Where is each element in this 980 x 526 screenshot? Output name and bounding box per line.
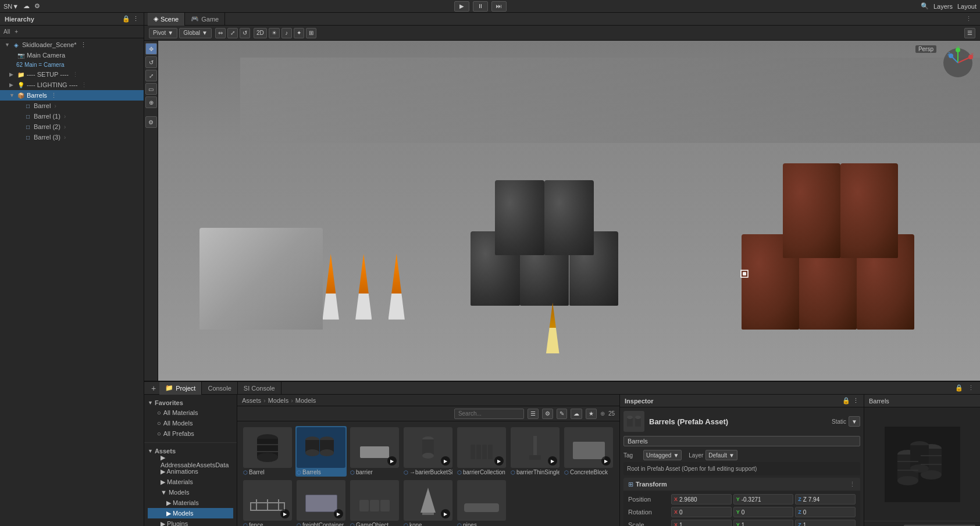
- tab-scene[interactable]: ◈ Scene: [148, 13, 185, 26]
- layer-dropdown[interactable]: Default ▼: [705, 450, 737, 460]
- sidebar-item-models-models[interactable]: ▶ Models: [148, 508, 233, 518]
- asset-item-gameobject[interactable]: ⬡ GameObject: [349, 479, 400, 526]
- rect-tool-btn[interactable]: ▭: [145, 83, 157, 95]
- asset-item-fence[interactable]: ▶ ⬡ fence: [242, 479, 293, 526]
- global-dropdown[interactable]: Global ▼: [179, 28, 212, 38]
- tab-game[interactable]: 🎮 Game: [185, 13, 225, 26]
- breadcrumb-assets[interactable]: Assets: [242, 397, 261, 404]
- lighting-menu[interactable]: ⋮: [81, 81, 87, 89]
- asset-toolbar-btn3[interactable]: ✎: [557, 409, 567, 419]
- play-button[interactable]: ▶: [454, 1, 469, 12]
- scale-z-field[interactable]: Z 1: [795, 520, 856, 526]
- custom-tool-btn[interactable]: ⚙: [145, 116, 157, 128]
- hierarchy-tab-btn[interactable]: SN▼: [3, 3, 19, 10]
- layers-label[interactable]: Layers: [933, 3, 953, 10]
- tab-console[interactable]: Console: [202, 382, 237, 395]
- static-dropdown[interactable]: ▼: [849, 416, 860, 427]
- asset-search-input[interactable]: [454, 409, 524, 419]
- scene-menu-icon[interactable]: ⋮: [80, 41, 87, 49]
- asset-item-barrel[interactable]: ⬡ Barrel: [242, 426, 293, 477]
- search-icon[interactable]: 🔍: [921, 2, 929, 10]
- sidebar-item-plugins[interactable]: ▶ Plugins: [148, 518, 233, 526]
- hierarchy-item-lighting[interactable]: ▶ 💡 ---- LIGHTING ---- ⋮: [0, 80, 144, 90]
- layout-label[interactable]: Layout: [957, 3, 977, 10]
- transform-btn-2[interactable]: ⤢: [227, 28, 238, 38]
- barrier-play-btn[interactable]: ▶: [387, 456, 397, 466]
- hierarchy-add-icon[interactable]: +: [15, 28, 18, 35]
- setup-menu[interactable]: ⋮: [72, 71, 79, 78]
- sidebar-item-models-tree[interactable]: ▼ Models: [148, 487, 233, 498]
- barrels-menu[interactable]: ⋮: [51, 92, 57, 99]
- hierarchy-item-setup[interactable]: ▶ 📁 ---- SETUP ---- ⋮: [0, 69, 144, 80]
- position-x-field[interactable]: X 2.9680: [671, 494, 732, 504]
- combined-tool-btn[interactable]: ⊕: [145, 96, 157, 108]
- transform-header[interactable]: ⊞ Transform ⋮: [623, 478, 860, 491]
- barrier-collection-play-btn[interactable]: ▶: [494, 456, 504, 466]
- step-button[interactable]: ⏭: [491, 1, 507, 12]
- transform-options[interactable]: ⋮: [849, 481, 856, 488]
- inspector-lock-icon[interactable]: 🔒: [842, 397, 850, 405]
- freight-play-btn[interactable]: ▶: [334, 509, 343, 518]
- hierarchy-all-label[interactable]: All: [3, 28, 10, 35]
- asset-item-barrier-bucket[interactable]: ▶ ⬡ →barierBucketSing...: [402, 426, 454, 477]
- asset-item-barrier-collection[interactable]: ▶ ⬡ barrierCollection: [456, 426, 507, 477]
- hierarchy-item-barrels[interactable]: ▼ 📦 Barrels ⋮: [0, 90, 144, 101]
- rotation-y-field[interactable]: Y 0: [733, 507, 794, 517]
- bottom-add-btn[interactable]: +: [148, 384, 159, 393]
- rotation-z-field[interactable]: Z 0: [795, 507, 856, 517]
- position-y-field[interactable]: Y -0.3271: [733, 494, 794, 504]
- transform-btn-1[interactable]: ⇔: [215, 28, 226, 38]
- inspector-name-field[interactable]: [623, 436, 860, 446]
- sidebar-item-materials[interactable]: ▶ Materials: [148, 477, 233, 487]
- breadcrumb-models1[interactable]: Models: [268, 397, 288, 404]
- asset-item-pipes[interactable]: ⬡ pipes: [456, 479, 507, 526]
- tab-si-console[interactable]: SI Console: [238, 382, 281, 395]
- asset-item-concrete[interactable]: ▶ ⬡ ConcreteBlock: [563, 426, 614, 477]
- position-z-field[interactable]: Z Z 7.94: [795, 494, 856, 504]
- bottom-menu-icon[interactable]: ⋮: [965, 384, 977, 392]
- view-2d-btn[interactable]: 2D: [254, 28, 267, 38]
- sidebar-item-all-prefabs[interactable]: ○ All Prefabs: [148, 428, 233, 439]
- hierarchy-lock-icon[interactable]: 🔒: [122, 15, 130, 23]
- grid-btn[interactable]: ⊞: [306, 28, 316, 38]
- breadcrumb-models2[interactable]: Models: [295, 397, 316, 404]
- gizmo-btn[interactable]: ☰: [964, 28, 975, 38]
- light-btn[interactable]: ☀: [269, 28, 280, 38]
- hierarchy-item-barrel3[interactable]: □ Barrel (3) ›: [0, 132, 144, 142]
- asset-item-kone[interactable]: ▶ ⬡ kone: [402, 479, 454, 526]
- transform-btn-3[interactable]: ↺: [240, 28, 250, 38]
- pivot-dropdown[interactable]: Pivot ▼: [149, 28, 177, 38]
- move-tool-btn[interactable]: ✥: [145, 43, 157, 55]
- hierarchy-item-barrel1[interactable]: □ Barrel (1) ›: [0, 111, 144, 121]
- sidebar-item-all-models[interactable]: ○ All Models: [148, 418, 233, 428]
- pause-button[interactable]: ⏸: [473, 1, 488, 12]
- sidebar-item-all-materials[interactable]: ○ All Materials: [148, 407, 233, 418]
- scale-x-field[interactable]: X 1: [671, 520, 732, 526]
- asset-toolbar-btn2[interactable]: ⚙: [542, 409, 553, 419]
- bottom-lock-icon[interactable]: 🔒: [953, 384, 965, 392]
- asset-item-barrier-thin[interactable]: ▶ ⬡ barrierThinSingle: [509, 426, 561, 477]
- scale-tool-btn[interactable]: ⤢: [145, 70, 157, 81]
- barrier-thin-play-btn[interactable]: ▶: [548, 456, 557, 466]
- hierarchy-scene-root[interactable]: ▼ ◈ Skidloader_Scene* ⋮: [0, 40, 144, 50]
- hierarchy-item-main-camera[interactable]: 📷 Main Camera: [0, 50, 144, 60]
- hierarchy-menu-icon[interactable]: ⋮: [133, 15, 139, 23]
- barrel1-nav[interactable]: ›: [64, 113, 66, 120]
- barrel3-nav[interactable]: ›: [64, 134, 66, 141]
- rotation-x-field[interactable]: X 0: [671, 507, 732, 517]
- barrel-nav[interactable]: ›: [54, 102, 56, 109]
- sidebar-item-addressable[interactable]: ▶ AddressableAssetsData: [148, 456, 233, 466]
- inspector-menu-icon[interactable]: ⋮: [853, 397, 859, 405]
- rotate-tool-btn[interactable]: ↺: [145, 56, 157, 68]
- audio-btn[interactable]: ♪: [281, 28, 292, 38]
- view-more-icon[interactable]: ⋮: [961, 15, 977, 23]
- tab-project[interactable]: 📁 Project: [159, 382, 202, 395]
- asset-toolbar-btn4[interactable]: ☁: [571, 409, 582, 419]
- asset-item-freight[interactable]: ▶ ⬡ freightContainer: [295, 479, 347, 526]
- barrier-bucket-play-btn[interactable]: ▶: [441, 456, 450, 466]
- scale-y-field[interactable]: Y 1: [733, 520, 794, 526]
- hierarchy-item-barrel[interactable]: □ Barrel ›: [0, 101, 144, 111]
- hierarchy-item-barrel2[interactable]: □ Barrel (2) ›: [0, 121, 144, 132]
- asset-toolbar-btn5[interactable]: ★: [586, 409, 597, 419]
- concrete-play-btn[interactable]: ▶: [601, 456, 611, 466]
